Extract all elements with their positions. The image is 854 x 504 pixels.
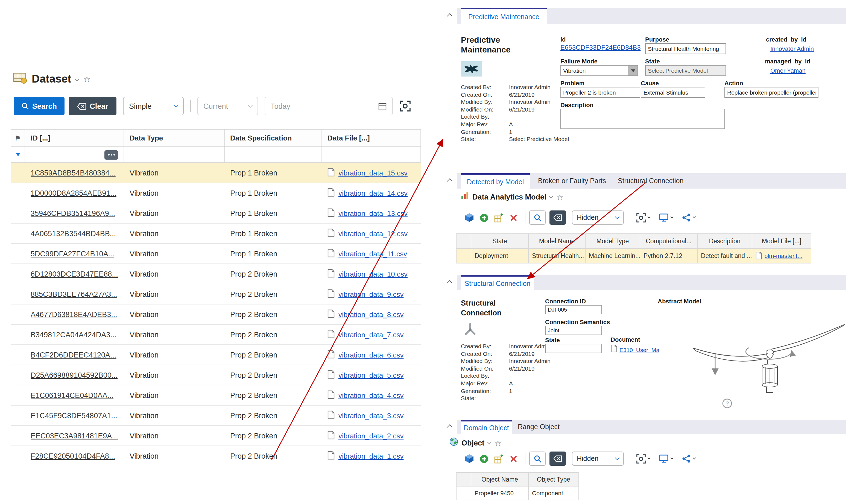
table-row[interactable]: B4CF2D6DDEEC4120A... Vibration Prop 2 Br… xyxy=(11,345,421,365)
data-spec-column-header[interactable]: Data Specification xyxy=(225,129,322,146)
data-file-link[interactable]: vibration_data_13.csv xyxy=(338,209,408,217)
object-type-column-header[interactable]: Object Type xyxy=(529,473,579,486)
table-row[interactable]: E1C45F9C8DE54807A1... Vibration Prop 2 B… xyxy=(11,406,421,426)
id-column-header[interactable]: ID [...] xyxy=(25,129,124,146)
add-existing-icon[interactable] xyxy=(492,213,506,222)
data-file-link[interactable]: vibration_data_4.csv xyxy=(338,391,404,399)
data-file-link[interactable]: vibration_data_9.csv xyxy=(338,290,404,298)
viewfinder-menu-button[interactable] xyxy=(636,454,650,463)
clear-search-button[interactable] xyxy=(550,451,566,466)
pm-id-link[interactable]: E653CDF33DF24E6D84B3 xyxy=(561,44,641,51)
table-row[interactable]: 1C859AD8B54B480384... Vibration Prop 1 B… xyxy=(11,163,421,183)
hidden-filter-dropdown[interactable]: Hidden xyxy=(572,211,624,225)
data-file-link[interactable]: vibration_data_8.csv xyxy=(338,310,404,319)
object-table-row[interactable]: Propeller 9450 Component xyxy=(456,486,579,500)
table-row[interactable]: 1D0000D8A2854AEB91... Vibration Prop 1 B… xyxy=(11,183,421,203)
model-name-column-header[interactable]: Model Name xyxy=(529,234,586,248)
date-filter-input[interactable]: Today xyxy=(265,97,393,115)
dataset-id-link[interactable]: E1C45F9C8DE54807A1... xyxy=(31,411,117,419)
hidden-filter-dropdown[interactable]: Hidden xyxy=(572,451,624,466)
purpose-input[interactable] xyxy=(645,43,726,54)
dataset-id-link[interactable]: 885C3BD3EE764A27A3... xyxy=(31,290,117,298)
add-item-icon[interactable] xyxy=(477,213,492,222)
tab-predictive-maintenance[interactable]: Predictive Maintenance xyxy=(461,8,547,24)
table-row[interactable]: 4A065132B3544BD4BB... Vibration Prob 1 B… xyxy=(11,223,421,244)
display-menu-button[interactable] xyxy=(659,454,673,463)
chevron-down-icon[interactable] xyxy=(549,194,554,198)
clear-button[interactable]: Clear xyxy=(69,97,117,115)
clear-search-button[interactable] xyxy=(550,211,566,225)
viewfinder-icon[interactable] xyxy=(400,101,411,111)
description-column-header[interactable]: Description xyxy=(698,234,752,248)
dataset-id-link[interactable]: A4677D63818E4ADEB3... xyxy=(31,310,117,319)
data-file-link[interactable]: vibration_data_12.csv xyxy=(338,229,408,237)
data-file-link[interactable]: vibration_data_3.csv xyxy=(338,411,404,419)
data-file-link[interactable]: vibration_data_15.csv xyxy=(338,169,408,177)
favorite-star-icon[interactable]: ☆ xyxy=(494,439,502,447)
search-mode-dropdown[interactable]: Simple xyxy=(123,97,184,115)
dataset-id-link[interactable]: 1C859AD8B54B480384... xyxy=(31,169,115,177)
dataset-id-link[interactable]: 35946CFDB3514196A9... xyxy=(31,209,115,217)
dropdown-arrow-icon[interactable] xyxy=(628,66,638,75)
data-file-link[interactable]: vibration_data_7.csv xyxy=(338,330,404,339)
title-chevron-down-icon[interactable] xyxy=(76,74,79,84)
run-search-button[interactable] xyxy=(529,451,546,466)
add-existing-icon[interactable] xyxy=(492,454,506,463)
table-row[interactable]: E1C061914CE04D0AA... Vibration Prop 2 Br… xyxy=(11,385,421,406)
add-item-icon[interactable] xyxy=(477,454,492,463)
display-menu-button[interactable] xyxy=(659,213,673,222)
filter-cell[interactable] xyxy=(322,147,421,162)
dataset-id-link[interactable]: B4CF2D6DDEEC4120A... xyxy=(31,351,117,359)
pm-collapse-chevron-icon[interactable] xyxy=(447,12,453,19)
dataset-id-link[interactable]: D25A669889104592B00... xyxy=(31,371,118,379)
table-row[interactable]: 885C3BD3EE764A27A3... Vibration Prop 2 B… xyxy=(11,284,421,305)
model-type-column-header[interactable]: Model Type xyxy=(586,234,640,248)
ellipsis-button[interactable] xyxy=(104,150,118,159)
table-row[interactable]: 35946CFDB3514196A9... Vibration Prop 1 B… xyxy=(11,203,421,223)
data-file-link[interactable]: vibration_data_10.csv xyxy=(338,270,408,278)
run-search-button[interactable] xyxy=(529,211,546,225)
data-type-column-header[interactable]: Data Type xyxy=(124,129,225,146)
tab-broken-or-faulty-parts[interactable]: Broken or Faulty Parts xyxy=(538,173,606,188)
dataset-id-link[interactable]: 1D0000D8A2854AEB91... xyxy=(31,189,117,197)
favorite-star-icon[interactable]: ☆ xyxy=(556,193,564,201)
document-link[interactable]: E310_User_Ma xyxy=(620,346,659,353)
model-collapse-chevron-icon[interactable] xyxy=(447,177,453,184)
share-menu-button[interactable] xyxy=(682,454,695,463)
managed-by-link[interactable]: Omer Yaman xyxy=(770,67,806,74)
tab-structural-connection[interactable]: Structural Connection xyxy=(461,275,534,290)
delete-icon[interactable] xyxy=(506,214,521,222)
table-row[interactable]: 5DC99DFA27FC4B10A... Vibration Prop 1 Br… xyxy=(11,244,421,264)
table-row[interactable]: B349812CA04A424DA3... Vibration Prop 2 B… xyxy=(11,325,421,345)
model-table-row[interactable]: Deployment Structural Health... Machine … xyxy=(456,249,811,264)
connection-id-input[interactable] xyxy=(545,305,602,314)
cause-input[interactable] xyxy=(641,87,705,98)
dataset-id-link[interactable]: F28CE92050104D4FA8... xyxy=(31,452,115,460)
data-file-link[interactable]: vibration_data_1.csv xyxy=(338,452,404,460)
model-file-link[interactable]: plm-master.t... xyxy=(764,253,802,259)
description-textarea[interactable] xyxy=(561,109,725,129)
data-file-link[interactable]: vibration_data_11.csv xyxy=(338,250,407,258)
connection-semantics-input[interactable] xyxy=(545,326,602,335)
created-by-link[interactable]: Innovator Admin xyxy=(770,46,814,52)
filter-dropdown-icon[interactable] xyxy=(16,153,20,156)
dataset-id-link[interactable]: 4A065132B3544BD4BB... xyxy=(31,229,116,237)
filter-cell[interactable] xyxy=(124,147,225,162)
data-file-column-header[interactable]: Data File [...] xyxy=(322,129,421,146)
delete-icon[interactable] xyxy=(506,454,521,463)
data-file-link[interactable]: vibration_data_14.csv xyxy=(338,189,408,197)
tab-domain-object[interactable]: Domain Object xyxy=(461,420,512,434)
chevron-down-icon[interactable] xyxy=(487,440,492,445)
dataset-id-link[interactable]: 6D12803DCE3D47EE88... xyxy=(31,270,118,278)
share-menu-button[interactable] xyxy=(682,213,695,222)
model-cube-icon[interactable] xyxy=(462,454,477,464)
tab-detected-by-model[interactable]: Detected by Model xyxy=(461,173,530,188)
domain-collapse-chevron-icon[interactable] xyxy=(447,423,453,430)
viewfinder-menu-button[interactable] xyxy=(636,213,650,222)
model-cube-icon[interactable] xyxy=(462,213,477,222)
table-row[interactable]: EEC03EC3A981481E9A... Vibration Prop 2 B… xyxy=(11,426,421,446)
computational-column-header[interactable]: Computational... xyxy=(640,234,698,248)
tab-range-object[interactable]: Range Object xyxy=(518,420,559,434)
sc-collapse-chevron-icon[interactable] xyxy=(447,279,453,285)
search-button[interactable]: Search xyxy=(14,97,65,115)
